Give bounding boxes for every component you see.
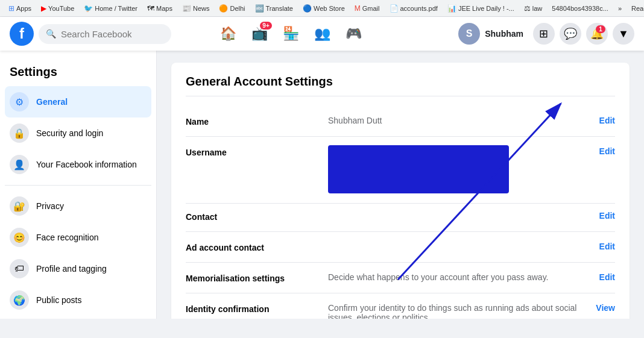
- bookmark-news[interactable]: 📰 News: [178, 3, 213, 14]
- sidebar-item-label: Profile and tagging: [36, 264, 107, 274]
- nav-center: 🏠 📺 9+ 🏪 👥 🎮: [214, 19, 368, 48]
- settings-row-name: Name Shubham Dutt Edit: [186, 106, 615, 137]
- fb-info-icon: 👤: [10, 155, 29, 174]
- security-icon: 🔒: [10, 124, 29, 143]
- settings-row-contact: Contact Edit: [186, 201, 615, 232]
- sidebar-title: Settings: [5, 60, 151, 86]
- user-menu[interactable]: S Shubham: [453, 20, 528, 47]
- identity-view-button[interactable]: View: [596, 303, 615, 313]
- name-value: Shubham Dutt: [318, 116, 599, 125]
- ad-contact-label: Ad account contact: [186, 242, 318, 252]
- main-layout: Settings ⚙ General 🔒 Security and login …: [0, 51, 644, 319]
- username-blurred: [328, 145, 509, 193]
- memorialisation-edit-button[interactable]: Edit: [599, 272, 615, 282]
- fb-header: f 🔍 🏠 📺 9+ 🏪 👥 🎮 S Shubham ⊞ 💬 🔔 1 ▼: [0, 17, 644, 51]
- bookmark-twitter[interactable]: 🐦 Home / Twitter: [80, 3, 141, 14]
- tagging-icon: 🏷: [10, 259, 29, 278]
- bookmark-law[interactable]: ⚖ law: [520, 3, 546, 14]
- sidebar-item-blocking[interactable]: 🚫 Blocking: [5, 316, 151, 319]
- privacy-icon: 🔐: [10, 196, 29, 216]
- bookmark-reading[interactable]: Reading Li...: [628, 4, 644, 13]
- face-icon: 😊: [10, 228, 29, 247]
- settings-panel: General Account Settings Name Shubham Du…: [171, 63, 630, 319]
- sidebar-item-face[interactable]: 😊 Face recognition: [5, 222, 151, 253]
- identity-label: Identity confirmation: [186, 303, 318, 314]
- bookmark-gmail[interactable]: M Gmail: [351, 3, 384, 14]
- identity-value: Confirm your identity to do things such …: [318, 303, 596, 319]
- content-area: General Account Settings Name Shubham Du…: [157, 51, 644, 319]
- memorialisation-label: Memorialisation settings: [186, 272, 318, 283]
- settings-panel-title: General Account Settings: [186, 75, 615, 96]
- sidebar-item-profile-tagging[interactable]: 🏷 Profile and tagging: [5, 253, 151, 284]
- bookmarks-bar: ⊞ Apps ▶ YouTube 🐦 Home / Twitter 🗺 Maps…: [0, 0, 644, 17]
- contact-label: Contact: [186, 211, 318, 222]
- sidebar-item-label: Public posts: [36, 295, 81, 305]
- marketplace-nav-button[interactable]: 🏪: [277, 19, 306, 48]
- sidebar-item-public-posts[interactable]: 🌍 Public posts: [5, 284, 151, 316]
- bookmark-delhi[interactable]: 🟠 Delhi: [215, 3, 248, 14]
- bookmark-more[interactable]: »: [614, 4, 625, 13]
- name-edit-button[interactable]: Edit: [599, 116, 615, 125]
- sidebar-item-general[interactable]: ⚙ General: [5, 86, 151, 117]
- user-name: Shubham: [485, 29, 523, 39]
- settings-row-ad-contact: Ad account contact Edit: [186, 232, 615, 263]
- search-input[interactable]: [61, 29, 164, 39]
- notifications-icon-button[interactable]: 🔔 1: [586, 23, 608, 45]
- notification-badge: 1: [596, 25, 605, 33]
- video-badge: 9+: [260, 22, 271, 30]
- search-icon: 🔍: [46, 29, 56, 39]
- sidebar-item-privacy[interactable]: 🔐 Privacy: [5, 190, 151, 222]
- bookmark-maps[interactable]: 🗺 Maps: [144, 3, 176, 14]
- sidebar-item-label: General: [36, 97, 68, 107]
- bookmark-translate[interactable]: 🔤 Translate: [251, 3, 297, 14]
- apps-icon-button[interactable]: ⊞: [533, 23, 555, 45]
- name-label: Name: [186, 116, 318, 127]
- sidebar: Settings ⚙ General 🔒 Security and login …: [0, 51, 157, 319]
- contact-edit-button[interactable]: Edit: [599, 211, 615, 221]
- public-posts-icon: 🌍: [10, 290, 29, 310]
- ad-contact-edit-button[interactable]: Edit: [599, 242, 615, 251]
- bookmark-apps[interactable]: ⊞ Apps: [5, 3, 35, 14]
- account-menu-button[interactable]: ▼: [613, 23, 634, 45]
- home-nav-button[interactable]: 🏠: [214, 19, 243, 48]
- sidebar-item-label: Security and login: [36, 128, 103, 138]
- settings-row-username: Username Edit: [186, 137, 615, 204]
- memorialisation-value: Decide what happens to your account afte…: [318, 272, 599, 282]
- sidebar-item-label: Your Facebook information: [36, 160, 137, 169]
- watch-nav-button[interactable]: 📺 9+: [245, 19, 274, 48]
- username-value: [318, 146, 599, 193]
- messenger-icon-button[interactable]: 💬: [560, 23, 581, 45]
- bookmark-accounts[interactable]: 📄 accounts.pdf: [386, 3, 441, 14]
- bookmark-webstore[interactable]: 🔵 Web Store: [299, 3, 349, 14]
- sidebar-item-security[interactable]: 🔒 Security and login: [5, 117, 151, 149]
- groups-nav-button[interactable]: 👥: [308, 19, 337, 48]
- settings-row-identity: Identity confirmation Confirm your ident…: [186, 293, 615, 319]
- bookmark-youtube[interactable]: ▶ YouTube: [37, 3, 78, 14]
- username-label: Username: [186, 146, 318, 157]
- search-box[interactable]: 🔍: [39, 24, 171, 44]
- sidebar-divider: [5, 185, 151, 186]
- sidebar-item-label: Privacy: [36, 201, 64, 211]
- general-icon: ⚙: [10, 92, 29, 111]
- gaming-nav-button[interactable]: 🎮: [339, 19, 368, 48]
- nav-right: S Shubham ⊞ 💬 🔔 1 ▼: [453, 20, 634, 47]
- avatar: S: [458, 23, 480, 45]
- fb-logo[interactable]: f: [10, 22, 34, 46]
- bookmark-jee[interactable]: 📊 JEE Live Daily ! -...: [444, 3, 518, 14]
- settings-row-memorialisation: Memorialisation settings Decide what hap…: [186, 263, 615, 293]
- sidebar-item-label: Face recognition: [36, 233, 99, 242]
- sidebar-item-fb-info[interactable]: 👤 Your Facebook information: [5, 149, 151, 180]
- bookmark-54804[interactable]: 54804bos43938c...: [548, 4, 612, 13]
- username-edit-button[interactable]: Edit: [599, 146, 615, 156]
